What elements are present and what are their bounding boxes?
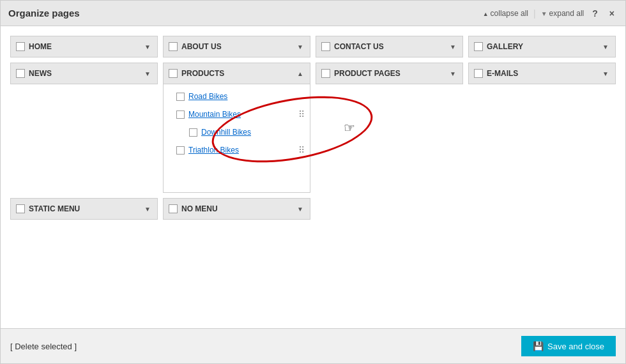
about-us-checkbox[interactable] — [169, 42, 178, 51]
save-and-close-button[interactable]: Save and close — [521, 336, 616, 356]
downhill-bikes-checkbox[interactable] — [189, 128, 197, 137]
emails-label: E-MAILS — [487, 69, 601, 78]
news-checkbox[interactable] — [16, 69, 25, 78]
row2-grid: NEWS PRODUCTS Road Bikes — [10, 63, 616, 193]
expand-arrow-icon — [541, 9, 547, 18]
collapse-arrow-icon — [483, 9, 489, 18]
no-menu-label: NO MENU — [181, 204, 296, 213]
products-toggle[interactable] — [296, 69, 305, 78]
about-us-toggle[interactable] — [296, 42, 305, 51]
road-bikes-item: Road Bikes — [164, 87, 310, 105]
no-menu-toggle[interactable] — [296, 204, 305, 213]
page-item-emails[interactable]: E-MAILS — [468, 63, 616, 84]
mountain-bikes-item: Mountain Bikes ⠿ — [164, 105, 310, 123]
about-us-label: ABOUT US — [181, 42, 296, 51]
page-item-home[interactable]: HOME — [10, 36, 158, 57]
emails-container: E-MAILS — [468, 63, 616, 193]
products-children: Road Bikes Mountain Bikes ⠿ Downhill Bik… — [163, 84, 310, 193]
products-container: PRODUCTS Road Bikes Mountain Bikes ⠿ — [163, 63, 310, 193]
close-button[interactable]: × — [606, 7, 618, 20]
organize-pages-dialog: Organize pages collapse all | expand all… — [0, 0, 626, 364]
expand-all-label: expand all — [549, 9, 584, 18]
no-menu-checkbox[interactable] — [169, 204, 178, 213]
page-item-news[interactable]: NEWS — [10, 63, 158, 84]
home-toggle[interactable] — [143, 42, 152, 51]
home-label: HOME — [29, 42, 143, 51]
emails-checkbox[interactable] — [474, 69, 483, 78]
collapse-all-button[interactable]: collapse all — [483, 9, 528, 18]
delete-selected-link[interactable]: [ Delete selected ] — [10, 342, 77, 351]
dialog-body: HOME ABOUT US CONTACT US GALLERY — [1, 26, 625, 328]
road-bikes-label[interactable]: Road Bikes — [188, 92, 227, 101]
page-item-contact-us[interactable]: CONTACT US — [316, 36, 463, 57]
news-toggle[interactable] — [143, 69, 152, 78]
gallery-checkbox[interactable] — [474, 42, 483, 51]
products-label: PRODUCTS — [181, 69, 296, 78]
static-menu-checkbox[interactable] — [16, 204, 25, 213]
news-container: NEWS — [10, 63, 158, 193]
row1-grid: HOME ABOUT US CONTACT US GALLERY — [10, 36, 616, 57]
dialog-title: Organize pages — [8, 8, 80, 19]
gallery-toggle-icon — [602, 42, 609, 51]
help-button[interactable]: ? — [589, 7, 601, 20]
static-menu-label: STATIC MENU — [29, 204, 143, 213]
expand-all-button[interactable]: expand all — [541, 9, 584, 18]
emails-toggle[interactable] — [601, 69, 610, 78]
news-toggle-icon — [144, 69, 151, 78]
gallery-toggle[interactable] — [601, 42, 610, 51]
header-separator: | — [533, 8, 536, 19]
page-item-gallery[interactable]: GALLERY — [468, 36, 616, 57]
products-checkbox[interactable] — [169, 69, 178, 78]
downhill-bikes-label[interactable]: Downhill Bikes — [201, 128, 251, 137]
static-menu-toggle[interactable] — [143, 204, 152, 213]
contact-us-checkbox[interactable] — [321, 42, 330, 51]
triathlon-bikes-item: Triathlon Bikes ⠿ — [164, 141, 310, 159]
page-item-no-menu[interactable]: NO MENU — [163, 198, 310, 220]
products-toggle-icon — [297, 69, 303, 78]
mountain-bikes-checkbox[interactable] — [176, 110, 185, 119]
product-pages-label: PRODUCT PAGES — [334, 69, 448, 78]
save-icon — [533, 341, 544, 351]
gallery-label: GALLERY — [487, 42, 601, 51]
triathlon-bikes-label[interactable]: Triathlon Bikes — [188, 146, 239, 155]
product-pages-container: PRODUCT PAGES — [316, 63, 463, 193]
contact-us-toggle-icon — [450, 42, 456, 51]
dialog-header: Organize pages collapse all | expand all… — [1, 1, 625, 26]
static-menu-toggle-icon — [144, 204, 151, 213]
news-label: NEWS — [29, 69, 143, 78]
home-toggle-icon — [144, 42, 151, 51]
row3-grid: STATIC MENU NO MENU — [10, 198, 616, 220]
mountain-bikes-drag-icon[interactable]: ⠿ — [298, 109, 305, 119]
page-item-static-menu[interactable]: STATIC MENU — [10, 198, 158, 220]
products-header[interactable]: PRODUCTS — [163, 63, 310, 84]
collapse-all-label: collapse all — [491, 9, 528, 18]
home-checkbox[interactable] — [16, 42, 25, 51]
no-menu-toggle-icon — [297, 204, 303, 213]
contact-us-label: CONTACT US — [334, 42, 448, 51]
about-us-toggle-icon — [297, 42, 303, 51]
page-item-about-us[interactable]: ABOUT US — [163, 36, 310, 57]
triathlon-bikes-drag-icon[interactable]: ⠿ — [298, 145, 305, 155]
downhill-bikes-item: Downhill Bikes — [164, 123, 310, 141]
page-item-product-pages[interactable]: PRODUCT PAGES — [316, 63, 463, 84]
emails-toggle-icon — [602, 69, 609, 78]
contact-us-toggle[interactable] — [448, 42, 457, 51]
road-bikes-checkbox[interactable] — [176, 93, 185, 101]
dialog-footer: [ Delete selected ] Save and close — [1, 328, 625, 363]
triathlon-bikes-checkbox[interactable] — [176, 146, 185, 155]
save-label: Save and close — [547, 342, 604, 351]
header-actions: collapse all | expand all ? × — [483, 7, 618, 20]
product-pages-checkbox[interactable] — [321, 69, 330, 78]
product-pages-toggle[interactable] — [448, 69, 457, 78]
mountain-bikes-label[interactable]: Mountain Bikes — [188, 110, 241, 119]
product-pages-toggle-icon — [450, 69, 456, 78]
